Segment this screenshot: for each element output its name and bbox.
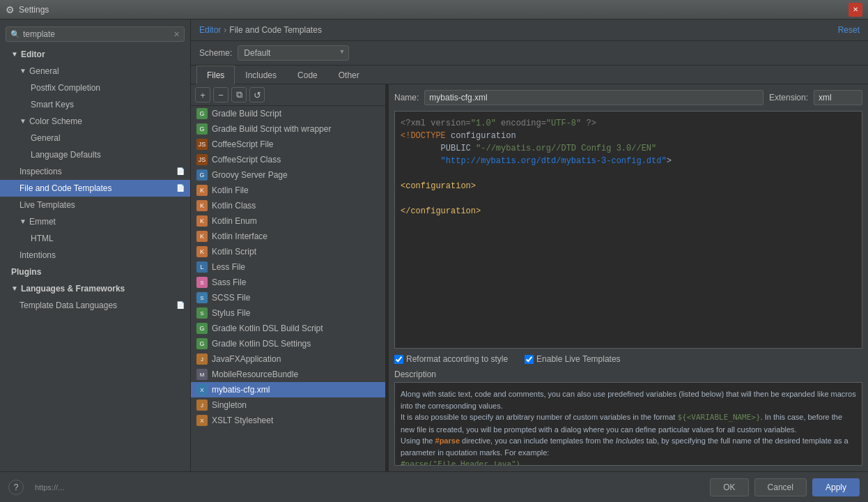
sidebar-label-filecodetemplates: File and Code Templates — [20, 181, 112, 195]
tab-includes[interactable]: Includes — [235, 66, 287, 84]
tab-other[interactable]: Other — [328, 66, 370, 84]
sidebar-item-cs-general[interactable]: General — [0, 130, 190, 146]
scheme-select[interactable]: Default Project — [238, 45, 349, 61]
list-item[interactable]: M MobileResourceBundle — [191, 367, 385, 382]
code-editor[interactable]: <?xml version="1.0" encoding="UTF-8" ?> … — [394, 111, 862, 349]
sidebar-item-templatedatalangs[interactable]: Template Data Languages 📄 — [0, 297, 190, 314]
extension-input[interactable] — [814, 90, 862, 105]
sidebar-item-editor[interactable]: ▼ Editor — [0, 46, 190, 63]
list-item-label: JavaFXApplication — [212, 354, 281, 364]
sass-icon: S — [196, 277, 208, 288]
sidebar-item-filecodetemplates[interactable]: File and Code Templates 📄 — [0, 180, 190, 197]
breadcrumb-separator: › — [224, 25, 226, 35]
apply-button[interactable]: Apply — [812, 478, 860, 496]
reformat-checkbox-label[interactable]: Reformat according to style — [394, 354, 508, 364]
list-item[interactable]: G Groovy Server Page — [191, 167, 385, 183]
list-item[interactable]: K Kotlin File — [191, 183, 385, 198]
list-item[interactable]: JS CoffeeScript Class — [191, 152, 385, 167]
sidebar-item-langdefaults[interactable]: Language Defaults — [0, 146, 190, 163]
sidebar-label-langdefaults: Language Defaults — [31, 148, 101, 162]
tab-code[interactable]: Code — [287, 66, 328, 84]
less-file-icon: L — [196, 261, 208, 273]
sidebar-item-langframeworks[interactable]: ▼ Languages & Frameworks — [0, 280, 190, 297]
list-item-mybatis[interactable]: X mybatis-cfg.xml — [191, 382, 385, 397]
list-item[interactable]: G Gradle Build Script — [191, 106, 385, 121]
search-bar: 🔍 ✕ — [0, 22, 190, 46]
list-item[interactable]: G Gradle Build Script with wrapper — [191, 121, 385, 137]
list-item[interactable]: X XSLT Stylesheet — [191, 413, 385, 428]
reformat-checkbox[interactable] — [394, 355, 403, 364]
scheme-label: Scheme: — [199, 48, 232, 58]
sidebar-label-general: General — [29, 64, 59, 78]
list-item[interactable]: S Sass File — [191, 275, 385, 290]
search-clear-icon[interactable]: ✕ — [173, 30, 180, 39]
sidebar-item-general[interactable]: ▼ General — [0, 63, 190, 79]
list-item[interactable]: K Kotlin Script — [191, 244, 385, 259]
groovy-icon: G — [196, 169, 208, 181]
template-list-panel: + − ⧉ ↺ G Gradle Build Script G Gradle B… — [191, 84, 386, 471]
list-item[interactable]: S Stylus File — [191, 305, 385, 321]
list-item[interactable]: K Kotlin Class — [191, 198, 385, 213]
reset-template-button[interactable]: ↺ — [249, 87, 265, 102]
remove-template-button[interactable]: − — [213, 87, 228, 102]
code-config-open: <configuration> — [401, 181, 476, 191]
expand-arrow-editor: ▼ — [11, 47, 18, 61]
list-item[interactable]: J Singleton — [191, 397, 385, 413]
sidebar-item-emmet[interactable]: ▼ Emmet — [0, 213, 190, 230]
list-item-label: Sass File — [212, 277, 246, 287]
add-template-button[interactable]: + — [195, 87, 210, 102]
list-item[interactable]: S SCSS File — [191, 290, 385, 305]
breadcrumb-bar: Editor › File and Code Templates Reset — [191, 20, 868, 41]
ok-button[interactable]: OK — [710, 478, 748, 496]
stylus-icon: S — [196, 307, 208, 319]
scheme-row: Scheme: Default Project — [191, 41, 868, 66]
list-item[interactable]: G Gradle Kotlin DSL Settings — [191, 336, 385, 351]
list-item-label: CoffeeScript File — [212, 139, 273, 149]
list-item-label: Kotlin Class — [212, 201, 256, 211]
sidebar-label-templatedatalangs: Template Data Languages — [20, 298, 117, 312]
list-item[interactable]: J JavaFXApplication — [191, 351, 385, 367]
close-button[interactable]: ✕ — [848, 3, 862, 17]
tab-files[interactable]: Files — [196, 66, 235, 84]
code-xml-decl: <?xml version="1.0" encoding="UTF-8" ?> — [401, 119, 596, 128]
description-section-label: Description — [394, 370, 862, 379]
sidebar-label-editor: Editor — [21, 47, 45, 61]
list-item-label: SCSS File — [212, 293, 250, 303]
list-item-label: CoffeeScript Class — [212, 155, 281, 165]
expand-arrow-colorscheme: ▼ — [20, 114, 26, 128]
gradle-build-icon: G — [196, 108, 208, 119]
expand-arrow-emmet: ▼ — [20, 215, 26, 229]
help-button[interactable]: ? — [8, 480, 24, 495]
sidebar-item-html[interactable]: HTML — [0, 230, 190, 247]
search-input[interactable] — [23, 29, 173, 39]
sidebar-item-livetemplates[interactable]: Live Templates — [0, 197, 190, 213]
list-item-label: Gradle Kotlin DSL Settings — [212, 339, 311, 349]
sidebar-item-smartkeys[interactable]: Smart Keys — [0, 96, 190, 113]
list-item[interactable]: JS CoffeeScript File — [191, 137, 385, 152]
sidebar-label-plugins: Plugins — [11, 265, 41, 279]
copy-template-button[interactable]: ⧉ — [231, 87, 247, 102]
list-item[interactable]: K Kotlin Interface — [191, 229, 385, 244]
sidebar-label-emmet: Emmet — [29, 215, 56, 229]
sidebar-item-inspections[interactable]: Inspections 📄 — [0, 163, 190, 180]
sidebar-item-plugins[interactable]: Plugins — [0, 264, 190, 280]
search-input-wrap[interactable]: 🔍 ✕ — [6, 26, 185, 42]
list-item-label: Groovy Server Page — [212, 170, 288, 180]
list-item[interactable]: K Kotlin Enum — [191, 213, 385, 229]
sidebar-item-postfix[interactable]: Postfix Completion — [0, 79, 190, 96]
list-item[interactable]: L Less File — [191, 259, 385, 275]
live-templates-checkbox-label[interactable]: Enable Live Templates — [525, 354, 621, 364]
gradle-kotlin-dsl-icon: G — [196, 323, 208, 334]
sidebar-label-inspections: Inspections — [20, 165, 62, 178]
app-icon: ⚙ — [6, 4, 15, 15]
name-input[interactable] — [424, 90, 764, 105]
list-item[interactable]: G Gradle Kotlin DSL Build Script — [191, 321, 385, 336]
cancel-button[interactable]: Cancel — [754, 478, 807, 496]
sidebar-item-intentions[interactable]: Intentions — [0, 247, 190, 264]
sidebar-item-colorscheme[interactable]: ▼ Color Scheme — [0, 113, 190, 130]
live-templates-checkbox[interactable] — [525, 355, 534, 364]
reset-button[interactable]: Reset — [838, 25, 860, 35]
extension-label: Extension: — [769, 93, 808, 102]
mobile-resource-icon: M — [196, 369, 208, 380]
coffee-class-icon: JS — [196, 154, 208, 165]
